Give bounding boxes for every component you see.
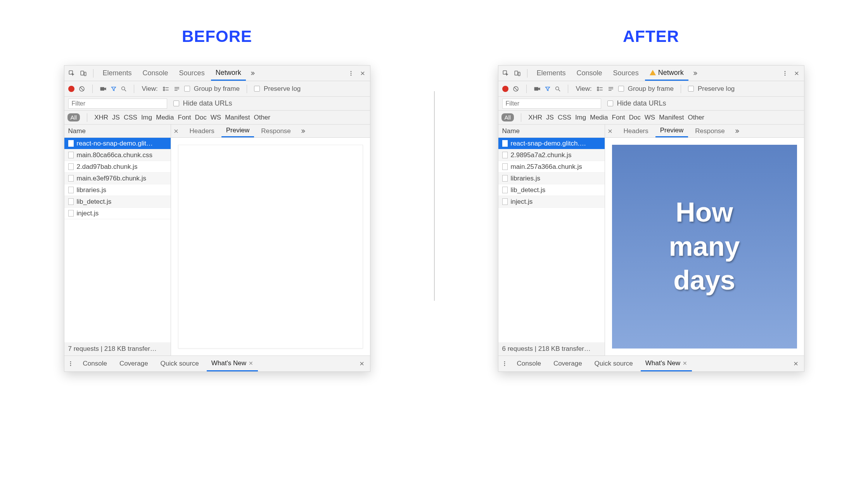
small-rows-icon[interactable] [173, 86, 180, 92]
drawer-tab-console[interactable]: Console [78, 356, 112, 371]
type-media[interactable]: Media [590, 114, 608, 121]
tab-sources[interactable]: Sources [175, 66, 209, 81]
group-by-frame-checkbox[interactable]: Group by frame [618, 85, 674, 93]
detail-tab-preview[interactable]: Preview [221, 125, 254, 137]
close-tab-icon[interactable]: ✕ [683, 360, 687, 366]
large-rows-icon[interactable] [163, 86, 169, 92]
large-rows-icon[interactable] [597, 86, 603, 92]
tab-network[interactable]: Network [211, 66, 246, 81]
type-doc[interactable]: Doc [629, 114, 641, 121]
type-img[interactable]: Img [141, 114, 152, 121]
record-button[interactable] [68, 86, 74, 92]
detail-more-tabs-icon[interactable] [732, 126, 742, 136]
search-icon[interactable] [121, 86, 127, 92]
close-detail-icon[interactable] [607, 128, 617, 134]
type-manifest[interactable]: Manifest [659, 114, 684, 121]
request-row[interactable]: 2.9895a7a2.chunk.js [498, 149, 605, 161]
type-js[interactable]: JS [112, 114, 120, 121]
type-js[interactable]: JS [546, 114, 554, 121]
device-toggle-icon[interactable] [78, 68, 88, 78]
type-all[interactable]: All [67, 113, 80, 121]
filter-input[interactable] [68, 99, 167, 109]
type-other[interactable]: Other [254, 114, 270, 121]
type-img[interactable]: Img [575, 114, 586, 121]
type-font[interactable]: Font [612, 114, 625, 121]
request-row[interactable]: react-no-snap-demo.glit… [64, 138, 171, 149]
type-doc[interactable]: Doc [195, 114, 207, 121]
type-ws[interactable]: WS [645, 114, 655, 121]
search-icon[interactable] [555, 86, 561, 92]
detail-tab-response[interactable]: Response [690, 125, 730, 137]
close-detail-icon[interactable] [173, 128, 183, 134]
detail-tab-response[interactable]: Response [256, 125, 296, 137]
column-name-header[interactable]: Name [64, 125, 171, 138]
drawer-tab-whats-new[interactable]: What's New ✕ [207, 356, 258, 371]
drawer-tab-quick-source[interactable]: Quick source [156, 356, 204, 371]
tab-console[interactable]: Console [138, 66, 173, 81]
drawer-tab-whats-new[interactable]: What's New ✕ [641, 356, 692, 371]
close-tab-icon[interactable]: ✕ [249, 360, 253, 366]
filter-toggle-icon[interactable] [111, 86, 117, 92]
request-row[interactable]: inject.js [498, 196, 605, 208]
type-media[interactable]: Media [156, 114, 174, 121]
inspect-icon[interactable] [501, 68, 511, 78]
inspect-icon[interactable] [67, 68, 77, 78]
type-css[interactable]: CSS [558, 114, 571, 121]
tab-sources[interactable]: Sources [609, 66, 643, 81]
column-name-header[interactable]: Name [498, 125, 605, 138]
type-css[interactable]: CSS [124, 114, 137, 121]
group-by-frame-checkbox[interactable]: Group by frame [184, 85, 240, 93]
type-ws[interactable]: WS [211, 114, 221, 121]
clear-icon[interactable] [78, 85, 85, 92]
detail-more-tabs-icon[interactable] [298, 126, 308, 136]
type-manifest[interactable]: Manifest [225, 114, 250, 121]
clear-icon[interactable] [512, 85, 519, 92]
close-drawer-icon[interactable] [357, 359, 367, 369]
request-row[interactable]: libraries.js [498, 173, 605, 184]
preserve-log-checkbox[interactable]: Preserve log [254, 85, 301, 93]
more-tabs-icon[interactable] [690, 68, 700, 78]
type-xhr[interactable]: XHR [94, 114, 108, 121]
close-devtools-icon[interactable] [792, 68, 802, 78]
tab-elements[interactable]: Elements [532, 66, 571, 81]
request-row[interactable]: react-snap-demo.glitch.… [498, 138, 605, 149]
request-row[interactable]: main.80ca66ca.chunk.css [64, 149, 171, 161]
request-row[interactable]: main.e3ef976b.chunk.js [64, 173, 171, 184]
request-row[interactable]: lib_detect.js [498, 184, 605, 196]
tab-console[interactable]: Console [572, 66, 607, 81]
detail-tab-headers[interactable]: Headers [185, 125, 219, 137]
small-rows-icon[interactable] [607, 86, 614, 92]
close-devtools-icon[interactable] [358, 68, 368, 78]
kebab-menu-icon[interactable] [346, 68, 356, 78]
request-row[interactable]: 2.dad97bab.chunk.js [64, 161, 171, 173]
drawer-tab-coverage[interactable]: Coverage [549, 356, 587, 371]
screenshot-icon[interactable] [534, 86, 541, 92]
filter-toggle-icon[interactable] [545, 86, 551, 92]
device-toggle-icon[interactable] [512, 68, 522, 78]
type-xhr[interactable]: XHR [528, 114, 542, 121]
type-font[interactable]: Font [178, 114, 191, 121]
drawer-tab-console[interactable]: Console [512, 356, 546, 371]
drawer-kebab-icon[interactable] [67, 361, 75, 367]
type-other[interactable]: Other [688, 114, 704, 121]
filter-input[interactable] [502, 99, 601, 109]
more-tabs-icon[interactable] [247, 68, 258, 78]
detail-tab-preview[interactable]: Preview [655, 125, 688, 137]
detail-tab-headers[interactable]: Headers [619, 125, 653, 137]
drawer-tab-quick-source[interactable]: Quick source [590, 356, 638, 371]
drawer-tab-coverage[interactable]: Coverage [115, 356, 153, 371]
request-row[interactable]: inject.js [64, 208, 171, 219]
request-row[interactable]: main.257a366a.chunk.js [498, 161, 605, 173]
request-row[interactable]: libraries.js [64, 184, 171, 196]
request-row[interactable]: lib_detect.js [64, 196, 171, 208]
record-button[interactable] [502, 86, 508, 92]
close-drawer-icon[interactable] [791, 359, 801, 369]
type-all[interactable]: All [501, 113, 514, 121]
preserve-log-checkbox[interactable]: Preserve log [688, 85, 735, 93]
drawer-kebab-icon[interactable] [501, 361, 509, 367]
tab-elements[interactable]: Elements [98, 66, 137, 81]
hide-data-urls-checkbox[interactable]: Hide data URLs [607, 99, 666, 108]
kebab-menu-icon[interactable] [780, 68, 790, 78]
hide-data-urls-checkbox[interactable]: Hide data URLs [173, 99, 232, 108]
tab-network[interactable]: Network [645, 66, 688, 81]
